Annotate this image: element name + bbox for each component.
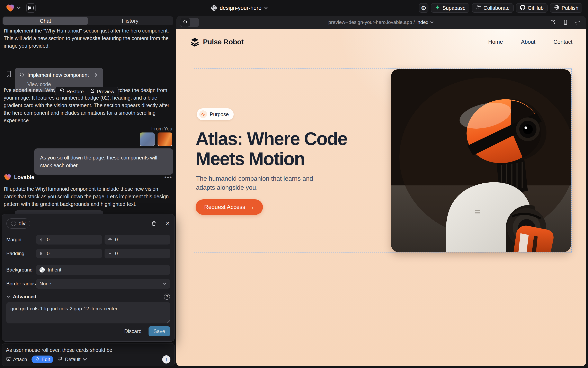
supabase-button[interactable]: Supabase [431,3,470,13]
border-radius-row: Border radius None [6,279,170,289]
attach-button[interactable]: Attach [6,356,27,363]
send-button[interactable]: ↑ [162,355,171,364]
selected-element-chip[interactable]: div [6,218,30,229]
arrow-up-icon: ↑ [165,357,168,362]
lovable-heart-icon [4,174,11,181]
hero-badge-label: Purpose [210,111,229,117]
from-you-label: From You [151,126,172,132]
padding-row: Padding 0 0 [6,248,170,258]
chevron-down-icon [264,6,268,10]
assistant-name: Lovable [14,174,34,181]
gear-icon: ⚙ [421,4,426,12]
user-message-bubble: As you scroll down the page, these compo… [34,148,173,175]
hero-badge: Purpose [197,108,234,120]
refresh-button[interactable] [575,19,581,25]
lovable-menu-button[interactable] [6,4,21,12]
sidebar-toggle-button[interactable] [26,3,36,13]
component-card-title: Implement new component [28,72,90,78]
trash-icon [151,221,157,226]
open-in-new-tab-button[interactable] [550,19,556,25]
nav-link-about[interactable]: About [521,39,535,45]
mobile-view-button[interactable] [563,19,568,25]
site-brand-name: Pulse Robot [203,38,244,46]
lovable-heart-icon [6,4,15,12]
composer-draft-text[interactable]: As user mouse roll over, these cards sho… [6,347,171,353]
assistant-message: I'll update the WhyHumanoid component to… [4,185,170,208]
help-icon[interactable]: ? [164,294,170,300]
chat-panel: Chat History I'll implement the "Why Hum… [0,16,176,368]
border-radius-label: Border radius [6,281,36,287]
padding-vertical-icon [108,251,112,256]
chevron-down-icon [6,294,10,299]
bookmark-icon[interactable] [6,71,11,78]
external-link-icon [90,89,95,95]
refresh-icon [575,19,581,25]
margin-y-input[interactable]: 0 [104,235,170,245]
restore-icon [59,89,65,95]
assistant-header-row: Lovable ••• [4,174,172,181]
chevron-down-icon [163,282,167,286]
collaborate-button[interactable]: Collaborate [472,3,513,13]
dashed-element-icon [11,221,16,226]
tab-history[interactable]: History [88,17,172,25]
chat-composer[interactable]: As user mouse roll over, these cards sho… [2,343,175,366]
delete-element-button[interactable] [151,221,157,226]
tab-chat[interactable]: Chat [3,17,88,25]
close-icon: ✕ [165,220,170,227]
padding-y-input[interactable]: 0 [104,248,170,258]
layers-logo-icon [190,37,200,47]
padding-x-input[interactable]: 0 [36,248,102,258]
thumbnail-text-marks [141,139,146,139]
background-row: Background Inherit [6,265,170,275]
preview-url-breadcrumb[interactable]: preview--design-your-hero.lovable.app / … [328,19,434,25]
supabase-bolt-icon [435,5,440,11]
preview-button[interactable]: Preview [90,89,114,95]
close-inspector-button[interactable]: ✕ [165,220,170,227]
margin-x-input[interactable]: 0 [36,235,102,245]
version-actions-bar: Restore Preview [55,87,118,96]
github-button[interactable]: GitHub [516,3,548,13]
margin-label: Margin [6,237,36,242]
background-input[interactable]: Inherit [36,265,170,275]
restore-button[interactable]: Restore [59,89,84,95]
border-radius-select[interactable]: None [36,279,170,289]
discard-button[interactable]: Discard [124,328,142,334]
project-switcher[interactable]: design-your-hero [211,0,268,16]
publish-button[interactable]: Publish [550,3,582,13]
chevron-down-icon [430,20,434,24]
padding-label: Padding [6,251,36,256]
thumbnail-text-marks [159,139,163,139]
mode-selector[interactable]: Default [58,356,87,363]
person-plus-icon [476,5,481,11]
code-view-toggle[interactable] [180,18,199,27]
element-inspector-panel: div ✕ Margin 0 0 Padd [2,214,175,342]
preview-url-host: preview--design-your-hero.lovable.app / [328,19,415,25]
project-name: design-your-hero [220,5,261,11]
app-topbar: design-your-hero ⚙ Supabase Collaborate … [0,0,588,16]
sliders-icon [58,356,63,363]
assistant-message: I'll implement the "Why Humanoid" sectio… [4,27,170,50]
attachment-thumbnail[interactable] [140,132,155,146]
request-access-button[interactable]: Request Access → [196,199,263,215]
nav-link-contact[interactable]: Contact [553,39,572,45]
attach-image-icon [6,356,11,363]
hero-subtitle: The humanoid companion that learns and a… [196,174,331,192]
preview-toolbar: preview--design-your-hero.lovable.app / … [176,16,586,29]
message-menu-button[interactable]: ••• [164,174,172,181]
hero-heading: Atlas: Where Code Meets Motion [196,129,370,169]
save-button[interactable]: Save [149,326,170,336]
site-brand[interactable]: Pulse Robot [190,37,244,47]
advanced-section-header[interactable]: Advanced ? [6,294,170,300]
github-icon [520,5,525,11]
external-link-icon [550,19,556,25]
settings-button[interactable]: ⚙ [419,3,428,13]
advanced-classes-textarea[interactable]: grid grid-cols-1 lg:grid-cols-2 gap-12 i… [6,302,170,323]
advanced-label: Advanced [13,294,37,300]
robot-hero-image [391,69,571,252]
edit-mode-pill[interactable]: Edit [31,356,53,363]
site-preview: Pulse Robot Home About Contact Purpose A… [176,29,586,366]
attachment-thumbnail[interactable] [158,132,172,146]
publish-globe-icon [554,5,559,11]
arrow-right-icon: → [249,204,254,210]
nav-link-home[interactable]: Home [488,39,503,45]
